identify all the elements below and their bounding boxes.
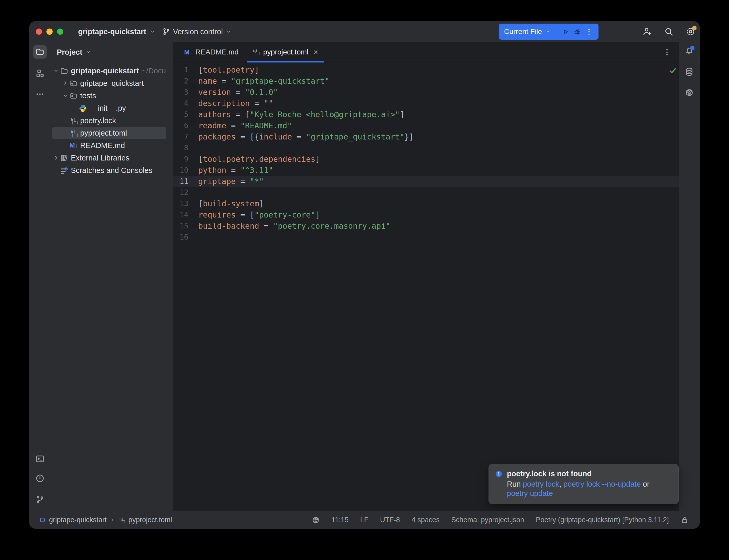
minimize-window-button[interactable]	[46, 29, 53, 35]
chevron-spacer	[61, 142, 69, 149]
code-line-3[interactable]: 3version = "0.1.0"	[173, 87, 679, 98]
code-text: readme = "README.md"	[188, 120, 292, 131]
code-text: [build-system]	[188, 198, 264, 209]
more-run-options-button[interactable]	[585, 27, 593, 36]
line-number: 12	[173, 187, 188, 198]
tree-item-tests[interactable]: tests	[52, 89, 166, 102]
tree-item-label: griptape-quickstart	[71, 67, 139, 75]
run-button[interactable]	[561, 27, 570, 36]
status-item[interactable]: LF	[360, 516, 369, 524]
project-tool-button[interactable]	[33, 45, 47, 59]
database-tool-button[interactable]	[683, 65, 696, 79]
line-number: 14	[173, 209, 188, 220]
chevron-down-icon[interactable]	[61, 92, 69, 99]
ide-window: griptape-quickstart Version control Curr…	[29, 21, 700, 529]
close-icon[interactable]	[312, 49, 319, 55]
code-line-1[interactable]: 1[tool.poetry]	[173, 64, 679, 75]
breadcrumb-item[interactable]: griptape-quickstart	[49, 516, 107, 524]
right-tool-strip	[679, 42, 700, 511]
project-panel-header[interactable]: Project	[51, 42, 173, 62]
link-poetry lock[interactable]: poetry lock	[523, 480, 559, 488]
unlock-icon[interactable]	[681, 516, 689, 524]
editor-options-button[interactable]	[663, 48, 671, 57]
code-text	[188, 232, 198, 243]
code-text: name = "griptape-quickstart"	[188, 75, 329, 87]
breadcrumb-item[interactable]: pyproject.toml	[128, 516, 172, 524]
settings-button[interactable]	[686, 27, 696, 37]
zoom-window-button[interactable]	[57, 29, 63, 35]
more-tool-windows-button[interactable]	[33, 87, 47, 101]
code-line-2[interactable]: 2name = "griptape-quickstart"	[173, 75, 679, 87]
ai-assistant-icon	[685, 88, 694, 97]
tab-pyproject.toml[interactable]: [T]pyproject.toml	[245, 42, 325, 62]
tree-item-path: ~/Docume	[142, 67, 166, 75]
tree-item-External Libraries[interactable]: External Libraries	[52, 152, 166, 164]
copilot-icon[interactable]	[311, 516, 320, 524]
tree-item-Scratches and Consoles[interactable]: Scratches and Consoles	[52, 164, 166, 177]
line-number: 15	[173, 220, 188, 232]
status-item[interactable]: UTF-8	[380, 516, 400, 524]
tree-item-poetry.lock[interactable]: [T]poetry.lock	[52, 114, 166, 127]
tree-item-griptape_quickstart[interactable]: griptape_quickstart	[52, 77, 166, 89]
code-text	[188, 142, 198, 153]
status-item[interactable]: 4 spaces	[412, 516, 440, 524]
vcs-widget[interactable]: Version control	[162, 21, 232, 42]
search-everywhere-button[interactable]	[664, 27, 674, 37]
project-tree: griptape-quickstart~/Documegriptape_quic…	[51, 65, 173, 177]
line-number: 9	[173, 153, 188, 165]
code-line-4[interactable]: 4description = ""	[173, 98, 679, 109]
code-line-13[interactable]: 13[build-system]	[173, 198, 679, 209]
status-widgets: 11:15LFUTF-84 spacesSchema: pyproject.js…	[311, 516, 689, 524]
run-configuration-selector[interactable]: Current File	[504, 27, 542, 36]
code-line-9[interactable]: 9[tool.poetry.dependencies]	[173, 153, 679, 165]
chevron-down-icon	[85, 49, 92, 55]
tree-item-README.md[interactable]: M↓README.md	[52, 139, 166, 152]
code-line-5[interactable]: 5authors = ["Kyle Roche <hello@griptape.…	[173, 109, 679, 120]
tree-item-__init__.py[interactable]: __init__.py	[52, 102, 166, 114]
tab-README.md[interactable]: M↓README.md	[177, 42, 245, 62]
code-line-10[interactable]: 10python = "^3.11"	[173, 165, 679, 176]
code-line-12[interactable]: 12	[173, 187, 679, 198]
code-line-15[interactable]: 15build-backend = "poetry.core.masonry.a…	[173, 220, 679, 232]
tree-item-pyproject.toml[interactable]: [T]pyproject.toml	[52, 127, 166, 139]
code-line-11[interactable]: 11griptape = "*"	[173, 176, 679, 187]
chevron-right-icon[interactable]	[52, 155, 60, 161]
ai-assistant-tool-button[interactable]	[683, 86, 696, 99]
code-line-6[interactable]: 6readme = "README.md"	[173, 120, 679, 131]
code-line-16[interactable]: 16	[173, 232, 679, 243]
chevron-right-icon[interactable]	[61, 80, 69, 87]
code-line-7[interactable]: 7packages = [{include = "griptape_quicks…	[173, 131, 679, 142]
link-poetry lock --no-update[interactable]: poetry lock --no-update	[564, 480, 641, 488]
editor-area: M↓README.md[T]pyproject.toml 1[tool.poet…	[173, 42, 679, 511]
project-switcher[interactable]: griptape-quickstart	[78, 21, 156, 42]
tab-label: pyproject.toml	[263, 48, 308, 56]
link-poetry update[interactable]: poetry update	[507, 489, 553, 498]
status-bar: griptape-quickstart[T]pyproject.toml 11:…	[29, 511, 700, 529]
tree-item-griptape-quickstart[interactable]: griptape-quickstart~/Docume	[52, 65, 166, 77]
code-text	[188, 187, 198, 198]
code-line-14[interactable]: 14requires = ["poetry-core"]	[173, 209, 679, 220]
code-with-me-button[interactable]	[642, 27, 652, 37]
status-item[interactable]: Schema: pyproject.json	[452, 516, 524, 524]
bell-icon	[685, 46, 694, 56]
structure-tool-button[interactable]	[33, 67, 47, 80]
libraries-icon	[60, 154, 68, 162]
chevron-down-icon[interactable]	[52, 67, 60, 74]
line-number: 8	[173, 142, 188, 153]
chevron-down-icon[interactable]	[545, 29, 551, 34]
code-line-8[interactable]: 8	[173, 142, 679, 153]
code-text: authors = ["Kyle Roche <hello@griptape.a…	[188, 109, 405, 120]
status-item[interactable]: Poetry (griptape-quickstart) [Python 3.1…	[536, 516, 669, 524]
status-item[interactable]: 11:15	[331, 516, 349, 524]
terminal-tool-button[interactable]	[33, 452, 47, 466]
tree-item-label: pyproject.toml	[80, 129, 127, 137]
close-window-button[interactable]	[36, 29, 42, 35]
divider	[556, 27, 556, 36]
code-editor[interactable]: 1[tool.poetry]2name = "griptape-quicksta…	[173, 62, 679, 511]
line-number: 10	[173, 165, 188, 176]
debug-button[interactable]	[573, 27, 582, 36]
notifications-tool-button[interactable]	[683, 44, 696, 58]
version-control-tool-button[interactable]	[33, 493, 47, 506]
toml-icon: [T]	[69, 129, 78, 137]
problems-tool-button[interactable]	[33, 472, 47, 485]
